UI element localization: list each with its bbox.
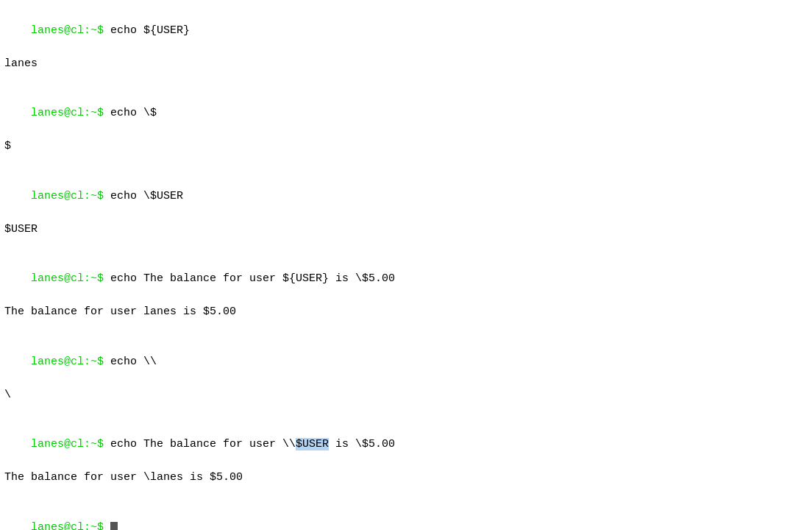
terminal-line-5: lanes@cl:~$ echo \\ [4,337,808,387]
prompt-1: lanes@cl:~$ [31,24,110,37]
output-3: $USER [4,222,808,239]
blank-6 [4,487,808,504]
blank-1 [4,72,808,89]
output-5: \ [4,387,808,404]
terminal-line-4: lanes@cl:~$ echo The balance for user ${… [4,255,808,305]
prompt-2: lanes@cl:~$ [31,107,110,119]
prompt-final: lanes@cl:~$ [31,521,110,531]
command-5: echo \\ [110,356,157,368]
command-6: echo The balance for user \\$USER is \$5… [110,438,395,451]
terminal-line-3: lanes@cl:~$ echo \$USER [4,172,808,222]
blank-5 [4,403,808,420]
prompt-5: lanes@cl:~$ [31,356,110,368]
output-6: The balance for user \lanes is $5.00 [4,470,808,487]
blank-2 [4,155,808,172]
terminal-line-2: lanes@cl:~$ echo \$ [4,89,808,139]
terminal-line-1: lanes@cl:~$ echo ${USER} [4,6,808,56]
prompt-4: lanes@cl:~$ [31,272,110,285]
terminal-line-final: lanes@cl:~$ [4,503,808,530]
output-4: The balance for user lanes is $5.00 [4,304,808,321]
terminal: lanes@cl:~$ echo ${USER} lanes lanes@cl:… [4,6,808,524]
command-4: echo The balance for user ${USER} is \$5… [110,272,395,285]
blank-3 [4,238,808,255]
command-1: echo ${USER} [110,24,190,37]
cursor [110,522,118,531]
command-2: echo \$ [110,107,157,119]
highlight-user: $USER [296,438,329,451]
prompt-3: lanes@cl:~$ [31,190,110,202]
blank-4 [4,321,808,338]
terminal-line-6: lanes@cl:~$ echo The balance for user \\… [4,420,808,470]
command-3: echo \$USER [110,190,183,202]
prompt-6: lanes@cl:~$ [31,438,110,451]
output-2: $ [4,138,808,155]
output-1: lanes [4,56,808,73]
